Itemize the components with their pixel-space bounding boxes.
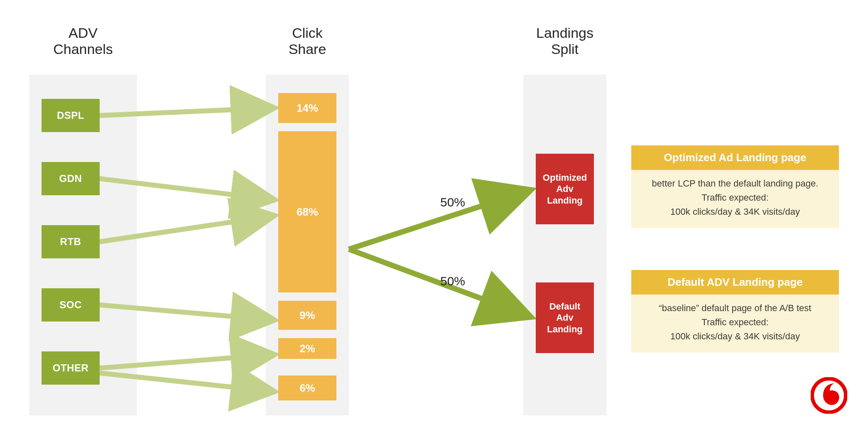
channel-other: OTHER <box>42 351 100 385</box>
landing-optimized-l2: Adv <box>556 184 574 194</box>
landing-default-l3: Landing <box>547 324 583 334</box>
card-default-body-l2: Traffic expected: <box>701 317 768 327</box>
channel-dspl: DSPL <box>42 99 100 132</box>
landing-optimized-l1: Optimized <box>543 172 587 183</box>
card-optimized-title: Optimized Ad Landing page <box>631 145 839 170</box>
svg-line-7 <box>349 249 527 316</box>
diagram-stage: ADV Channels Click Share Landings Split … <box>0 0 868 432</box>
click-share-2-label: 2% <box>299 342 315 355</box>
column-title-adv-l2: Channels <box>53 41 113 57</box>
channel-soc: SOC <box>42 288 100 322</box>
click-share-14: 14% <box>278 93 336 123</box>
split-top-label: 50% <box>440 195 465 209</box>
column-title-adv-l1: ADV <box>69 25 98 41</box>
column-title-land-l2: Split <box>551 41 579 57</box>
landing-optimized: Optimized Adv Landing <box>536 154 594 224</box>
card-optimized-body-l2: Traffic expected: <box>701 192 768 203</box>
click-share-14-label: 14% <box>297 102 318 115</box>
card-optimized-body-l3: 100k clicks/day & 34K visits/day <box>670 206 800 217</box>
column-title-land-l1: Landings <box>536 25 593 41</box>
card-default-body-l1: “baseline” default page of the A/B test <box>659 303 812 313</box>
card-default-body: “baseline” default page of the A/B test … <box>631 295 839 353</box>
column-title-land: Landings Split <box>511 25 619 57</box>
vodafone-logo-icon <box>811 377 847 415</box>
channel-rtb-label: RTB <box>60 236 81 248</box>
landing-optimized-l3: Landing <box>547 195 583 206</box>
channel-dspl-label: DSPL <box>57 110 84 121</box>
click-share-68-label: 68% <box>297 206 318 218</box>
click-share-6-label: 6% <box>299 382 315 395</box>
svg-line-6 <box>349 191 527 249</box>
column-title-click-l1: Click <box>292 25 323 41</box>
split-bot-label: 50% <box>440 274 465 288</box>
card-optimized-body: better LCP than the default landing page… <box>631 170 839 228</box>
card-default-title: Default ADV Landing page <box>631 270 839 295</box>
click-share-68: 68% <box>278 131 336 292</box>
card-default-body-l3: 100k clicks/day & 34K visits/day <box>670 331 800 341</box>
click-share-6: 6% <box>278 376 336 400</box>
channel-gdn-label: GDN <box>59 173 82 184</box>
channel-soc-label: SOC <box>59 299 82 311</box>
click-share-9-label: 9% <box>299 309 315 322</box>
click-share-9: 9% <box>278 301 336 330</box>
card-optimized-body-l1: better LCP than the default landing page… <box>652 178 819 189</box>
channel-gdn: GDN <box>42 162 100 195</box>
column-title-adv: ADV Channels <box>29 25 137 57</box>
card-default: Default ADV Landing page “baseline” defa… <box>631 270 839 353</box>
column-title-click: Click Share <box>253 25 361 57</box>
card-optimized: Optimized Ad Landing page better LCP tha… <box>631 145 839 228</box>
column-bg-land <box>523 75 606 415</box>
landing-default-l2: Adv <box>556 312 574 323</box>
landing-default-l1: Default <box>549 301 581 312</box>
channel-rtb: RTB <box>42 225 100 258</box>
landing-default: Default Adv Landing <box>536 282 594 353</box>
channel-other-label: OTHER <box>53 362 89 374</box>
click-share-2: 2% <box>278 338 336 359</box>
column-title-click-l2: Share <box>289 41 326 57</box>
